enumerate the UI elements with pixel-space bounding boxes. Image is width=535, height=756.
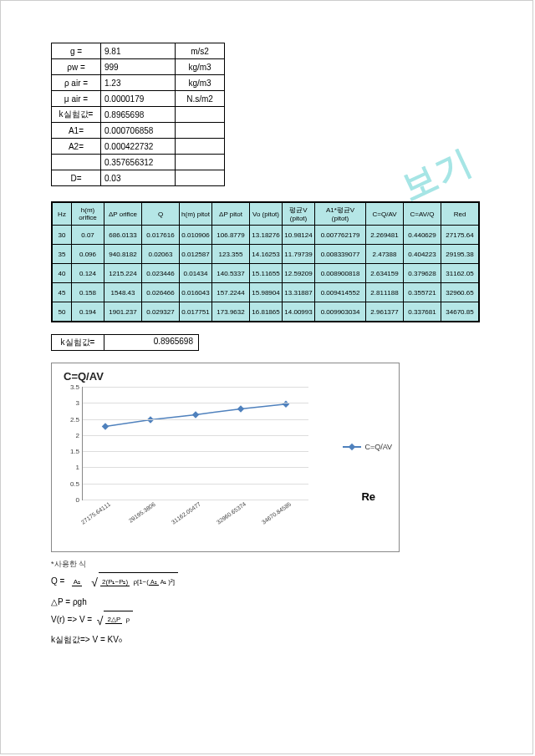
table-cell: 0.379628 <box>404 264 441 283</box>
k-value: 0.8965698 <box>104 334 199 351</box>
param-label: A2= <box>52 139 101 155</box>
table-cell: 0.012587 <box>180 245 212 264</box>
table-cell: 0.194 <box>72 302 104 322</box>
table-cell: 12.59209 <box>283 264 315 283</box>
data-header: Hz <box>52 202 72 226</box>
table-cell: 0.337681 <box>404 302 441 322</box>
table-cell: 35 <box>52 245 72 264</box>
param-value: 0.8965698 <box>101 107 176 123</box>
table-cell: 0.010906 <box>180 226 212 245</box>
x-tick-label: 29195.3806 <box>128 501 156 524</box>
legend-swatch-icon <box>343 446 361 448</box>
table-cell: 173.9632 <box>212 302 250 322</box>
table-cell: 1215.224 <box>104 264 142 283</box>
table-cell: 1548.43 <box>104 283 142 302</box>
watermark-text: 보기 <box>394 138 480 211</box>
table-cell: 0.096 <box>72 245 104 264</box>
param-unit <box>176 170 225 186</box>
param-unit <box>176 155 225 170</box>
param-value: 0.357656312 <box>101 155 176 170</box>
param-label: μ air = <box>52 91 101 107</box>
gridline <box>83 451 308 452</box>
data-table: Hzh(m) orificeΔP orificeQh(m) pitotΔP pi… <box>51 201 480 322</box>
table-cell: 11.79739 <box>283 245 315 264</box>
table-cell: 0.158 <box>72 283 104 302</box>
table-cell: 0.009903034 <box>315 302 366 322</box>
data-header: Vo (pitot) <box>250 202 283 226</box>
table-row: 450.1581548.430.0264660.016043157.224415… <box>52 283 479 302</box>
table-cell: 940.8182 <box>104 245 142 264</box>
param-row: D=0.03 <box>52 170 225 186</box>
equation-kexp: k실험값=> V = KV₀ <box>51 632 499 647</box>
param-label: D= <box>52 170 101 186</box>
table-cell: 686.0133 <box>104 226 142 245</box>
param-label: A1= <box>52 123 101 139</box>
table-cell: 15.98904 <box>250 283 283 302</box>
table-cell: 0.026466 <box>142 283 180 302</box>
gridline <box>83 467 308 468</box>
chart-point <box>192 411 199 418</box>
chart-plot-area: 00.511.522.533.527175.6411129195.3806311… <box>82 387 308 500</box>
table-cell: 0.07 <box>72 226 104 245</box>
chart-container: C=Q/AV 00.511.522.533.527175.6411129195.… <box>51 363 400 552</box>
y-tick-label: 2.5 <box>70 415 83 423</box>
param-label <box>52 155 101 170</box>
param-value: 0.000706858 <box>101 123 176 139</box>
param-row: 0.357656312 <box>52 155 225 170</box>
legend-label: C=Q/AV <box>364 443 392 451</box>
param-unit: kg/m3 <box>176 75 225 91</box>
chart-title: C=Q/AV <box>64 370 104 383</box>
table-cell: 30 <box>52 226 72 245</box>
param-row: ρw =999kg/m3 <box>52 59 225 75</box>
data-header: h(m) pitot <box>180 202 212 226</box>
table-cell: 2.811188 <box>366 283 404 302</box>
y-tick-label: 1 <box>76 464 83 471</box>
param-value: 0.03 <box>101 170 176 186</box>
equations-section: *사용한 식 Q = A₂ √ 2(P₁−P₂) ρ[1−(A₂A₁)²] △P… <box>51 557 499 647</box>
table-cell: 1901.237 <box>104 302 142 322</box>
equations-note: *사용한 식 <box>51 557 499 571</box>
chart-point <box>102 423 109 429</box>
y-tick-label: 1.5 <box>70 448 83 455</box>
x-tick-label: 34670.84585 <box>261 501 293 525</box>
table-cell: 31162.05 <box>441 264 480 283</box>
table-cell: 2.961377 <box>366 302 404 322</box>
table-cell: 157.2244 <box>212 283 250 302</box>
table-cell: 0.404223 <box>404 245 441 264</box>
sqrt-icon: √ <box>97 614 104 627</box>
y-tick-label: 3.5 <box>70 383 83 391</box>
table-cell: 0.02063 <box>142 245 180 264</box>
table-cell: 0.009414552 <box>315 283 366 302</box>
table-cell: 15.11655 <box>250 264 283 283</box>
gridline <box>83 435 308 436</box>
equation-vr: V(r) => V = √ 2△P ρ <box>51 610 499 632</box>
param-row: A1=0.000706858 <box>52 123 225 139</box>
equation-q: Q = A₂ √ 2(P₁−P₂) ρ[1−(A₂A₁)²] <box>51 571 499 594</box>
table-cell: 10.98124 <box>283 226 315 245</box>
table-cell: 2.634159 <box>366 264 404 283</box>
chart-point <box>147 416 154 423</box>
table-cell: 140.5337 <box>212 264 250 283</box>
x-tick-label: 31162.05477 <box>171 501 202 525</box>
param-label: ρ air = <box>52 75 101 91</box>
table-cell: 14.16253 <box>250 245 283 264</box>
table-cell: 0.01434 <box>180 264 212 283</box>
parameters-table: g =9.81m/s2ρw =999kg/m3ρ air =1.23kg/m3μ… <box>51 43 225 186</box>
table-cell: 45 <box>52 283 72 302</box>
gridline <box>83 419 308 420</box>
table-row: 300.07686.01330.0176160.010906106.877913… <box>52 226 479 245</box>
param-unit <box>176 139 225 155</box>
table-cell: 0.007762179 <box>315 226 366 245</box>
data-header: A1*평균V (pitot) <box>315 202 366 226</box>
table-cell: 50 <box>52 302 72 322</box>
param-row: μ air =0.0000179N.s/m2 <box>52 91 225 107</box>
y-tick-label: 0 <box>76 496 83 504</box>
table-row: 500.1941901.2370.0293270.017751173.96321… <box>52 302 479 322</box>
table-cell: 13.18276 <box>250 226 283 245</box>
param-row: ρ air =1.23kg/m3 <box>52 75 225 91</box>
param-label: ρw = <box>52 59 101 75</box>
param-unit <box>176 107 225 123</box>
param-value: 999 <box>101 59 176 75</box>
sqrt-icon: √ <box>91 576 98 589</box>
table-cell: 0.355721 <box>404 283 441 302</box>
